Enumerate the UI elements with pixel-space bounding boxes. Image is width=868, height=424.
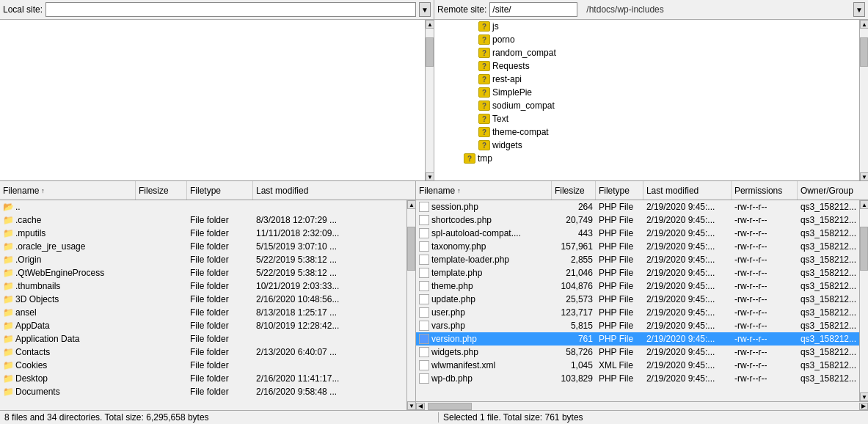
remote-col-lastmodified[interactable]: Last modified	[643, 181, 732, 200]
remote-tree-scroll-up[interactable]: ▲	[860, 20, 868, 29]
local-file-scroll-up[interactable]: ▲	[407, 200, 415, 209]
local-col-filetype[interactable]: Filetype	[187, 181, 253, 200]
local-tree-scrollbar[interactable]: ▲ ▼	[425, 20, 434, 181]
remote-col-filename[interactable]: Filename ↑	[416, 181, 552, 200]
remote-tree-item[interactable]: ?tmp	[434, 152, 859, 165]
remote-h-scroll-right[interactable]: ▶	[859, 403, 868, 410]
local-file-name-cell: 📁3D Objects	[0, 294, 136, 304]
local-file-row[interactable]: 📁ContactsFile folder2/13/2020 6:40:07 ..…	[0, 346, 406, 359]
remote-file-row[interactable]: shortcodes.php20,749PHP File2/19/2020 9:…	[416, 213, 859, 227]
remote-h-scroll-thumb[interactable]	[428, 403, 472, 410]
remote-file-row[interactable]: user.php123,717PHP File2/19/2020 9:45:..…	[416, 306, 859, 319]
remote-tree-scroll-thumb[interactable]	[860, 37, 868, 67]
local-file-type-cell: File folder	[187, 268, 253, 278]
remote-tree-item[interactable]: ?Text	[434, 112, 859, 125]
remote-site-dropdown[interactable]: ▼	[853, 2, 865, 17]
remote-file-permissions-cell: -rw-r--r--	[732, 334, 798, 344]
remote-file-size-cell: 21,046	[552, 268, 596, 278]
local-site-dropdown[interactable]: ▼	[419, 2, 431, 17]
remote-file-row[interactable]: template-loader.php2,855PHP File2/19/202…	[416, 253, 859, 266]
remote-tree-item[interactable]: ?js	[434, 20, 859, 33]
remote-file-row[interactable]: vars.php5,815PHP File2/19/2020 9:45:...-…	[416, 319, 859, 332]
local-site-bar: Local site: ▼	[0, 0, 434, 19]
remote-file-row[interactable]: wp-db.php103,829PHP File2/19/2020 9:45:.…	[416, 372, 859, 385]
remote-tree-item[interactable]: ?sodium_compat	[434, 99, 859, 112]
remote-file-row[interactable]: theme.php104,876PHP File2/19/2020 9:45:.…	[416, 279, 859, 293]
remote-file-row[interactable]: version.php761PHP File2/19/2020 9:45:...…	[416, 332, 859, 346]
remote-tree-item[interactable]: ?random_compat	[434, 46, 859, 59]
local-file-row[interactable]: 📁DocumentsFile folder2/16/2020 9:58:48 .…	[0, 385, 406, 398]
remote-file-scroll-thumb[interactable]	[860, 227, 868, 271]
remote-tree-item[interactable]: ?rest-api	[434, 73, 859, 86]
remote-tree-item[interactable]: ?Requests	[434, 59, 859, 73]
local-site-label: Local site:	[3, 4, 43, 15]
remote-file-permissions-cell: -rw-r--r--	[732, 281, 798, 291]
remote-file-scroll-up[interactable]: ▲	[860, 200, 868, 209]
remote-file-row[interactable]: update.php25,573PHP File2/19/2020 9:45:.…	[416, 293, 859, 306]
remote-tree-item[interactable]: ?theme-compat	[434, 125, 859, 139]
remote-file-row[interactable]: taxonomy.php157,961PHP File2/19/2020 9:4…	[416, 240, 859, 253]
local-file-row[interactable]: 📁CookiesFile folder	[0, 359, 406, 372]
local-file-row[interactable]: 📂..	[0, 200, 406, 213]
local-file-row[interactable]: 📁Application DataFile folder	[0, 332, 406, 346]
local-file-scroll-down[interactable]: ▼	[407, 401, 415, 410]
local-file-rows[interactable]: 📂..📁.cacheFile folder8/3/2018 12:07:29 .…	[0, 200, 406, 410]
remote-file-modified-cell: 2/19/2020 9:45:...	[643, 215, 732, 225]
local-file-row[interactable]: 📁.OriginFile folder5/22/2019 5:38:12 ...	[0, 253, 406, 266]
remote-file-modified-cell: 2/19/2020 9:45:...	[643, 321, 732, 331]
remote-h-scrollbar[interactable]: ◀ ▶	[416, 401, 868, 410]
php-file-icon	[419, 281, 429, 291]
remote-tree-content[interactable]: ?js?porno?random_compat?Requests?rest-ap…	[434, 20, 859, 181]
remote-tree-scroll-down[interactable]: ▼	[860, 172, 868, 181]
tree-item-name: rest-api	[492, 74, 522, 84]
remote-tree-item[interactable]: ?widgets	[434, 139, 859, 152]
local-tree-scroll-up[interactable]: ▲	[426, 20, 434, 29]
remote-file-row[interactable]: session.php264PHP File2/19/2020 9:45:...…	[416, 200, 859, 213]
remote-file-rows-container: session.php264PHP File2/19/2020 9:45:...…	[416, 200, 868, 401]
local-file-row[interactable]: 📁3D ObjectsFile folder2/16/2020 10:48:56…	[0, 293, 406, 306]
remote-file-rows[interactable]: session.php264PHP File2/19/2020 9:45:...…	[416, 200, 859, 401]
local-col-filesize[interactable]: Filesize	[136, 181, 187, 200]
remote-h-scroll-left[interactable]: ◀	[416, 403, 425, 410]
local-file-name-cell: 📁AppData	[0, 321, 136, 331]
remote-file-owner-cell: qs3_158212...	[798, 321, 859, 331]
local-file-row[interactable]: 📁DesktopFile folder2/16/2020 11:41:17...	[0, 372, 406, 385]
local-file-row[interactable]: 📁AppDataFile folder8/10/2019 12:28:42...	[0, 319, 406, 332]
remote-file-row[interactable]: wlwmanifest.xml1,045XML File2/19/2020 9:…	[416, 359, 859, 372]
local-file-rows-container: 📂..📁.cacheFile folder8/3/2018 12:07:29 .…	[0, 200, 415, 410]
local-tree-scroll-down[interactable]: ▼	[426, 172, 434, 181]
local-tree-content[interactable]	[0, 20, 425, 181]
local-file-name-cell: 📁.oracle_jre_usage	[0, 241, 136, 252]
local-file-scrollbar[interactable]: ▲ ▼	[406, 200, 415, 410]
remote-file-permissions-cell: -rw-r--r--	[732, 307, 798, 318]
local-file-type-cell: File folder	[187, 360, 253, 370]
local-file-row[interactable]: 📁.mputilsFile folder11/11/2018 2:32:09..…	[0, 227, 406, 240]
local-file-row[interactable]: 📁.thumbnailsFile folder10/21/2019 2:03:3…	[0, 279, 406, 293]
remote-site-path[interactable]	[489, 2, 577, 17]
remote-file-row[interactable]: widgets.php58,726PHP File2/19/2020 9:45:…	[416, 346, 859, 359]
remote-col-filetype[interactable]: Filetype	[596, 181, 643, 200]
remote-file-name-cell: wlwmanifest.xml	[416, 360, 552, 370]
remote-file-type-cell: PHP File	[596, 228, 643, 238]
local-file-row[interactable]: 📁anselFile folder8/13/2018 1:25:17 ...	[0, 306, 406, 319]
remote-col-ownergroup[interactable]: Owner/Group	[798, 181, 868, 200]
remote-tree-scrollbar[interactable]: ▲ ▼	[859, 20, 868, 181]
local-file-row[interactable]: 📁.QtWebEngineProcessFile folder5/22/2019…	[0, 266, 406, 279]
local-file-scroll-thumb[interactable]	[407, 227, 415, 271]
local-file-row[interactable]: 📁.cacheFile folder8/3/2018 12:07:29 ...	[0, 213, 406, 227]
local-site-path[interactable]	[45, 2, 416, 17]
remote-tree-item[interactable]: ?SimplePie	[434, 86, 859, 99]
remote-tree-item[interactable]: ?porno	[434, 33, 859, 46]
remote-file-row[interactable]: template.php21,046PHP File2/19/2020 9:45…	[416, 266, 859, 279]
local-col-filename[interactable]: Filename ↑	[0, 181, 136, 200]
remote-file-scrollbar[interactable]: ▲ ▼	[859, 200, 868, 401]
remote-file-name-cell: spl-autoload-compat....	[416, 228, 552, 238]
remote-file-scroll-down[interactable]: ▼	[860, 392, 868, 401]
remote-col-filesize[interactable]: Filesize	[552, 181, 596, 200]
local-tree-scroll-thumb[interactable]	[426, 37, 434, 67]
local-col-lastmodified[interactable]: Last modified	[253, 181, 415, 200]
remote-col-permissions[interactable]: Permissions	[732, 181, 798, 200]
remote-file-modified-cell: 2/19/2020 9:45:...	[643, 294, 732, 304]
remote-file-row[interactable]: spl-autoload-compat....443PHP File2/19/2…	[416, 227, 859, 240]
local-file-row[interactable]: 📁.oracle_jre_usageFile folder5/15/2019 3…	[0, 240, 406, 253]
